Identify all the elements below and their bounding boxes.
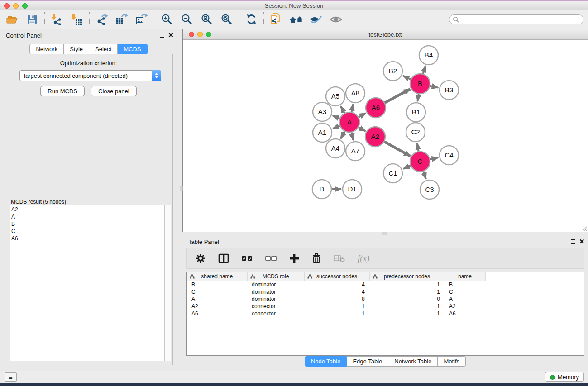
export-network-button[interactable] [94, 12, 110, 27]
vertical-divider-grip[interactable] [180, 186, 183, 191]
table-cell[interactable]: B [445, 281, 485, 288]
node-A7[interactable]: A7 [346, 142, 365, 161]
node-B2[interactable]: B2 [383, 62, 402, 81]
table-row[interactable]: Cdominator41C [187, 288, 494, 295]
table-cell[interactable]: C [187, 288, 247, 295]
mcds-result-item[interactable]: A6 [11, 235, 164, 242]
node-A1[interactable]: A1 [313, 123, 332, 142]
tab-select[interactable]: Select [89, 44, 118, 54]
float-table-panel-icon[interactable] [571, 239, 575, 244]
node-A6[interactable]: A6 [366, 98, 386, 118]
close-table-panel-icon[interactable] [579, 239, 584, 244]
column-header-predecessor-nodes[interactable]: predecessor nodes [369, 272, 445, 281]
memory-button[interactable]: Memory [545, 372, 584, 382]
toggle-column-view-button[interactable] [218, 253, 229, 263]
table-row[interactable]: Adominator80A [187, 295, 494, 303]
table-cell[interactable]: A6 [187, 310, 247, 317]
unselect-all-columns-button[interactable] [265, 256, 277, 261]
node-B[interactable]: B [410, 74, 430, 94]
zoom-fit-button[interactable] [199, 12, 214, 27]
column-header-successor-nodes[interactable]: successor nodes [304, 272, 369, 281]
close-panel-button[interactable]: Close panel [91, 86, 137, 96]
tab-mcds[interactable]: MCDS [118, 44, 147, 54]
export-table-button[interactable] [114, 12, 129, 27]
import-table-button[interactable] [69, 12, 85, 27]
node-B3[interactable]: B3 [440, 81, 459, 100]
table-cell[interactable]: 8 [304, 295, 369, 303]
export-image-button[interactable] [134, 12, 149, 27]
delete-column-button[interactable] [334, 254, 345, 263]
table-cell[interactable]: dominator [247, 295, 304, 303]
node-A4[interactable]: A4 [326, 139, 345, 158]
node-A8[interactable]: A8 [346, 84, 365, 103]
tab-network[interactable]: Network [29, 44, 64, 54]
mcds-result-scrollbar[interactable] [164, 205, 171, 361]
float-panel-icon[interactable] [160, 33, 164, 38]
criterion-dropdown[interactable]: largest connected component (directed) [19, 70, 161, 81]
home-views-button[interactable] [288, 12, 304, 27]
edge-A6-B[interactable] [384, 89, 410, 104]
table-cell[interactable]: dominator [247, 281, 304, 288]
table-cell[interactable]: 0 [369, 295, 445, 303]
table-cell[interactable]: 4 [304, 288, 369, 295]
save-session-button[interactable] [24, 12, 40, 27]
table-cell[interactable]: A [445, 295, 485, 303]
node-A5[interactable]: A5 [326, 87, 345, 106]
node-C3[interactable]: C3 [420, 180, 439, 199]
tab-motifs[interactable]: Motifs [438, 356, 466, 367]
node-A3[interactable]: A3 [313, 102, 332, 121]
network-file-button[interactable] [268, 12, 284, 27]
node-C2[interactable]: C2 [406, 123, 425, 142]
import-network-button[interactable] [49, 12, 65, 27]
resize-grip-icon[interactable] [581, 225, 587, 231]
table-cell[interactable]: A6 [445, 310, 485, 317]
node-D1[interactable]: D1 [343, 180, 362, 199]
column-header-MCDS-role[interactable]: MCDS role [247, 272, 304, 281]
tab-network-table[interactable]: Network Table [388, 356, 438, 367]
open-session-button[interactable] [5, 12, 20, 27]
table-cell[interactable]: C [445, 288, 485, 295]
create-column-button[interactable] [289, 253, 299, 263]
network-graph[interactable]: B4B2BB3A8A5A6A3B1AA1C2A2A4A7C4CC1DD1C3 [183, 40, 588, 232]
node-B1[interactable]: B1 [406, 103, 425, 122]
column-header-name[interactable]: name [445, 272, 485, 281]
zoom-selected-button[interactable] [219, 12, 234, 27]
tab-edge-table[interactable]: Edge Table [347, 356, 388, 367]
table-cell[interactable]: connector [247, 310, 304, 317]
apply-function-button[interactable]: f(x) [358, 253, 369, 263]
zoom-in-button[interactable] [159, 12, 174, 27]
mcds-result-item[interactable]: B [11, 220, 164, 228]
table-cell[interactable]: A [187, 295, 247, 303]
column-header-shared-name[interactable]: shared name [187, 272, 247, 281]
table-cell[interactable]: connector [247, 303, 304, 310]
network-canvas[interactable]: B4B2BB3A8A5A6A3B1AA1C2A2A4A7C4CC1DD1C3 [183, 40, 588, 232]
node-C1[interactable]: C1 [383, 164, 402, 183]
table-settings-button[interactable] [195, 253, 206, 264]
delete-rows-button[interactable] [311, 253, 321, 264]
task-history-button[interactable]: ≡ [5, 372, 17, 382]
table-cell[interactable]: A2 [187, 303, 247, 310]
node-C[interactable]: C [410, 152, 430, 172]
mcds-result-item[interactable]: A [11, 213, 164, 220]
table-cell[interactable]: A2 [445, 303, 485, 310]
table-cell[interactable]: 1 [369, 310, 445, 317]
mcds-result-item[interactable]: C [11, 228, 164, 235]
edge-A2-C[interactable] [383, 141, 410, 156]
table-cell[interactable]: B [187, 281, 247, 288]
node-D[interactable]: D [312, 180, 331, 199]
table-cell[interactable]: 4 [304, 281, 369, 288]
search-input[interactable] [459, 15, 583, 24]
node-A2[interactable]: A2 [365, 127, 385, 147]
select-all-columns-button[interactable] [241, 256, 253, 261]
zoom-out-button[interactable] [179, 12, 194, 27]
tab-node-table[interactable]: Node Table [305, 356, 347, 367]
show-panels-button[interactable] [328, 12, 344, 27]
table-cell[interactable]: dominator [247, 288, 304, 295]
close-panel-icon[interactable] [168, 33, 173, 38]
table-cell[interactable]: 1 [304, 303, 369, 310]
run-mcds-button[interactable]: Run MCDS [40, 86, 85, 96]
horizontal-divider[interactable] [182, 232, 588, 235]
table-row[interactable]: A2connector11A2 [187, 303, 494, 310]
table-cell[interactable]: 1 [304, 310, 369, 317]
node-B4[interactable]: B4 [419, 46, 438, 65]
